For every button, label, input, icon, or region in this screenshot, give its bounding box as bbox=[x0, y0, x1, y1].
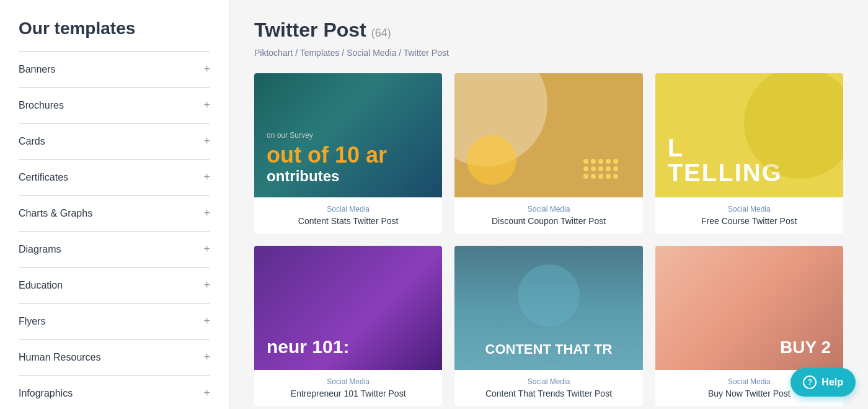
sidebar-item-label: Certificates bbox=[19, 172, 68, 183]
template-card[interactable]: neur 101: Social Media Entrepreneur 101 … bbox=[254, 246, 442, 406]
template-card[interactable]: Social Media Discount Coupon Twitter Pos… bbox=[454, 73, 642, 233]
sidebar-item-label: Brochures bbox=[19, 100, 64, 111]
sidebar-item-brochures[interactable]: Brochures + bbox=[19, 88, 210, 124]
sidebar-item-expand-icon: + bbox=[203, 387, 210, 400]
breadcrumb-text: Piktochart / Templates / Social Media / … bbox=[254, 48, 449, 58]
sidebar-item-education[interactable]: Education + bbox=[19, 267, 210, 303]
sidebar: Our templates Banners + Brochures + Card… bbox=[0, 0, 229, 409]
breadcrumb: Piktochart / Templates / Social Media / … bbox=[254, 48, 843, 58]
template-name-2: Discount Coupon Twitter Post bbox=[462, 216, 635, 226]
sidebar-items: Banners + Brochures + Cards + Certificat… bbox=[19, 52, 210, 409]
page-count: (64) bbox=[371, 27, 391, 40]
sidebar-item-banners[interactable]: Banners + bbox=[19, 52, 210, 88]
template-info-1: Social Media Content Stats Twitter Post bbox=[254, 197, 442, 233]
sidebar-item-cards[interactable]: Cards + bbox=[19, 124, 210, 160]
template-card[interactable]: on our Survey out of 10 ar ontributes So… bbox=[254, 73, 442, 233]
sidebar-item-expand-icon: + bbox=[203, 351, 210, 364]
page-header: Twitter Post (64) bbox=[254, 19, 843, 42]
sidebar-item-flyers[interactable]: Flyers + bbox=[19, 303, 210, 339]
sidebar-item-label: Banners bbox=[19, 64, 56, 75]
template-thumbnail-2 bbox=[454, 73, 642, 197]
template-category-5: Social Media bbox=[462, 377, 635, 386]
template-name-3: Free Course Twitter Post bbox=[663, 216, 836, 226]
template-grid: on our Survey out of 10 ar ontributes So… bbox=[254, 73, 843, 406]
template-category-4: Social Media bbox=[262, 377, 435, 386]
help-button[interactable]: ? Help bbox=[790, 368, 856, 397]
sidebar-item-expand-icon: + bbox=[203, 63, 210, 76]
sidebar-item-expand-icon: + bbox=[203, 243, 210, 256]
template-card[interactable]: LTELLING Social Media Free Course Twitte… bbox=[655, 73, 843, 233]
template-category-3: Social Media bbox=[663, 205, 836, 213]
sidebar-item-label: Charts & Graphs bbox=[19, 208, 92, 219]
template-card[interactable]: CONTENT THAT TR Social Media Content Tha… bbox=[454, 246, 642, 406]
template-name-1: Content Stats Twitter Post bbox=[262, 216, 435, 226]
template-info-4: Social Media Entrepreneur 101 Twitter Po… bbox=[254, 370, 442, 406]
main-content: Twitter Post (64) Piktochart / Templates… bbox=[229, 0, 868, 409]
sidebar-item-diagrams[interactable]: Diagrams + bbox=[19, 231, 210, 267]
template-info-3: Social Media Free Course Twitter Post bbox=[655, 197, 843, 233]
template-category-1: Social Media bbox=[262, 205, 435, 213]
template-name-4: Entrepreneur 101 Twitter Post bbox=[262, 389, 435, 398]
help-icon: ? bbox=[803, 375, 817, 389]
template-info-2: Social Media Discount Coupon Twitter Pos… bbox=[454, 197, 642, 233]
sidebar-item-expand-icon: + bbox=[203, 279, 210, 292]
sidebar-item-label: Diagrams bbox=[19, 244, 61, 255]
template-thumbnail-6: BUY 2 bbox=[655, 246, 843, 370]
help-label: Help bbox=[822, 377, 843, 388]
sidebar-item-label: Infographics bbox=[19, 388, 73, 399]
sidebar-item-expand-icon: + bbox=[203, 171, 210, 184]
page-title: Twitter Post bbox=[254, 19, 366, 42]
template-thumbnail-3: LTELLING bbox=[655, 73, 843, 197]
sidebar-item-label: Human Resources bbox=[19, 352, 101, 363]
sidebar-item-certificates[interactable]: Certificates + bbox=[19, 160, 210, 196]
template-thumbnail-1: on our Survey out of 10 ar ontributes bbox=[254, 73, 442, 197]
sidebar-item-label: Education bbox=[19, 280, 63, 291]
template-name-5: Content That Trends Twitter Post bbox=[462, 389, 635, 398]
template-thumbnail-5: CONTENT THAT TR bbox=[454, 246, 642, 370]
sidebar-item-expand-icon: + bbox=[203, 99, 210, 112]
sidebar-item-label: Flyers bbox=[19, 316, 46, 327]
template-category-2: Social Media bbox=[462, 205, 635, 213]
sidebar-item-infographics[interactable]: Infographics + bbox=[19, 375, 210, 409]
sidebar-title: Our templates bbox=[19, 19, 210, 38]
sidebar-item-human-resources[interactable]: Human Resources + bbox=[19, 339, 210, 375]
template-info-5: Social Media Content That Trends Twitter… bbox=[454, 370, 642, 406]
sidebar-item-label: Cards bbox=[19, 136, 45, 147]
template-thumbnail-4: neur 101: bbox=[254, 246, 442, 370]
sidebar-item-expand-icon: + bbox=[203, 315, 210, 328]
sidebar-item-expand-icon: + bbox=[203, 135, 210, 148]
sidebar-item-charts-graphs[interactable]: Charts & Graphs + bbox=[19, 196, 210, 231]
sidebar-item-expand-icon: + bbox=[203, 207, 210, 220]
